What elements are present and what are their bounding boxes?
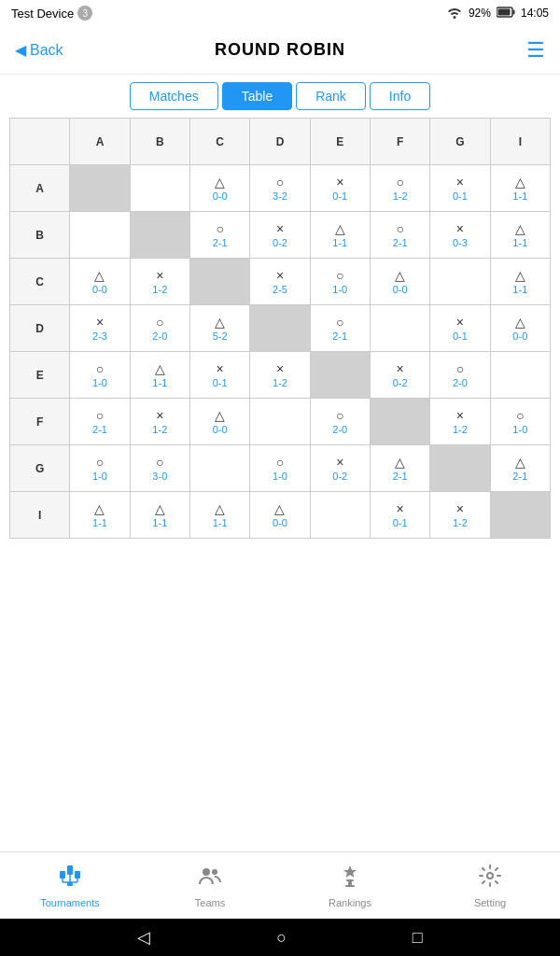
cell-icon: ○ <box>336 268 343 284</box>
cell-score: 0-1 <box>213 377 228 388</box>
cell-icon: △ <box>274 501 285 517</box>
cell-icon: △ <box>395 268 405 284</box>
tab-table[interactable]: Table <box>222 82 292 110</box>
cell-icon: ○ <box>336 315 343 330</box>
cell-score: 0-1 <box>332 190 347 202</box>
rankings-icon <box>338 864 362 893</box>
cell-E-2: × 0-1 <box>189 352 249 399</box>
cell-score: 2-0 <box>453 377 468 388</box>
cell-I-5: × 0-1 <box>370 492 429 539</box>
device-info: Test Device 3 <box>11 6 92 21</box>
cell-icon: △ <box>515 315 525 330</box>
tab-rank[interactable]: Rank <box>296 82 366 110</box>
table-row: B ○ 2-1 × 0-2 △ 1-1 ○ 2-1 × 0-3 △ 1-1 <box>10 212 551 259</box>
nav-setting-label: Setting <box>474 897 506 908</box>
android-recent-btn[interactable]: □ <box>413 928 423 948</box>
cell-score: 0-0 <box>213 424 228 435</box>
back-button[interactable]: ◀ Back <box>15 41 63 59</box>
cell-score: 1-1 <box>332 237 347 248</box>
cell-icon: △ <box>215 175 225 190</box>
cell-F-0: ○ 2-1 <box>70 399 130 445</box>
cell-score: 2-1 <box>393 471 408 482</box>
page-title: ROUND ROBIN <box>215 40 345 60</box>
cell-G-5: △ 2-1 <box>370 445 429 492</box>
svg-rect-3 <box>67 865 73 875</box>
nav-teams-label: Teams <box>195 897 225 908</box>
round-robin-table: A B C D E F G I A △ 0-0 ○ 3-2 × 0-1 ○ <box>9 118 551 539</box>
cell-icon: ○ <box>96 408 104 424</box>
cell-score: 2-1 <box>393 237 408 248</box>
cell-score: 2-1 <box>92 424 107 435</box>
row-header-D: D <box>10 305 70 352</box>
cell-icon: ○ <box>216 221 223 237</box>
tab-info[interactable]: Info <box>370 82 430 110</box>
cell-icon: △ <box>155 501 165 517</box>
cell-D-5 <box>370 305 429 352</box>
table-row: D × 2-3 ○ 2-0 △ 5-2 ○ 2-1 × 0-1 △ 0-0 <box>10 305 551 352</box>
cell-score: 1-1 <box>213 517 228 528</box>
corner-cell <box>10 119 70 165</box>
cell-icon: × <box>217 361 224 377</box>
cell-icon: ○ <box>156 455 163 471</box>
cell-score: 1-2 <box>453 424 468 435</box>
bottom-nav: Tournaments Teams Rankings <box>0 851 560 919</box>
cell-icon: × <box>456 501 464 517</box>
cell-icon: △ <box>94 501 105 517</box>
cell-E-5: × 0-2 <box>370 352 429 399</box>
cell-icon: △ <box>215 315 225 330</box>
cell-icon: △ <box>515 268 525 284</box>
cell-B-6: × 0-3 <box>430 212 490 259</box>
cell-A-4: × 0-1 <box>310 165 370 212</box>
cell-C-5: △ 0-0 <box>370 259 429 305</box>
cell-score: 1-1 <box>152 377 167 388</box>
cell-E-6: ○ 2-0 <box>430 352 490 399</box>
cell-D-6: × 0-1 <box>430 305 490 352</box>
cell-icon: ○ <box>336 408 343 424</box>
tab-matches[interactable]: Matches <box>130 82 218 110</box>
cell-E-0: ○ 1-0 <box>70 352 130 399</box>
cell-score: 1-1 <box>152 517 167 528</box>
cell-B-2: ○ 2-1 <box>189 212 249 259</box>
nav-teams[interactable]: Teams <box>140 852 280 919</box>
cell-icon: △ <box>335 221 345 237</box>
cell-score: 0-2 <box>273 237 287 248</box>
menu-icon[interactable]: ☰ <box>526 38 545 63</box>
cell-score: 3-0 <box>152 471 167 482</box>
nav-rankings[interactable]: Rankings <box>280 852 420 919</box>
cell-score: 1-0 <box>273 471 287 482</box>
col-header-F: F <box>370 119 429 165</box>
row-header-C: C <box>10 259 70 305</box>
row-header-F: F <box>10 399 70 445</box>
cell-score: 1-2 <box>152 284 167 295</box>
cell-icon: × <box>456 408 464 424</box>
nav-setting[interactable]: Setting <box>420 852 560 919</box>
table-row: G ○ 1-0 ○ 3-0 ○ 1-0 × 0-2 △ 2-1 △ 2-1 <box>10 445 551 492</box>
cell-F-7: ○ 1-0 <box>490 399 550 445</box>
cell-I-0: △ 1-1 <box>70 492 130 539</box>
cell-score: 0-0 <box>393 284 408 295</box>
cell-B-7: △ 1-1 <box>490 212 550 259</box>
status-icons: 92% 14:05 <box>446 6 549 21</box>
cell-E-1: △ 1-1 <box>130 352 189 399</box>
row-header-E: E <box>10 352 70 399</box>
cell-A-7: △ 1-1 <box>490 165 550 212</box>
cell-score: 0-0 <box>92 284 107 295</box>
svg-rect-4 <box>60 871 65 879</box>
cell-icon: × <box>276 221 284 237</box>
cell-score: 2-1 <box>512 471 527 482</box>
cell-C-4: ○ 1-0 <box>310 259 370 305</box>
android-bar: ◁ ○ □ <box>0 919 560 956</box>
cell-score: 0-3 <box>453 237 468 248</box>
cell-icon: △ <box>395 455 405 471</box>
notification-count: 3 <box>77 6 92 21</box>
android-back-btn[interactable]: ◁ <box>137 927 150 948</box>
cell-icon: ○ <box>276 455 284 471</box>
cell-score: 1-1 <box>92 517 107 528</box>
table-row: E ○ 1-0 △ 1-1 × 0-1 × 1-2 × 0-2 ○ 2-0 <box>10 352 551 399</box>
cell-score: 0-2 <box>332 471 347 482</box>
android-home-btn[interactable]: ○ <box>276 928 287 948</box>
cell-I-7 <box>490 492 550 539</box>
nav-tournaments[interactable]: Tournaments <box>0 852 140 919</box>
cell-icon: △ <box>515 455 525 471</box>
cell-icon: △ <box>515 221 525 237</box>
